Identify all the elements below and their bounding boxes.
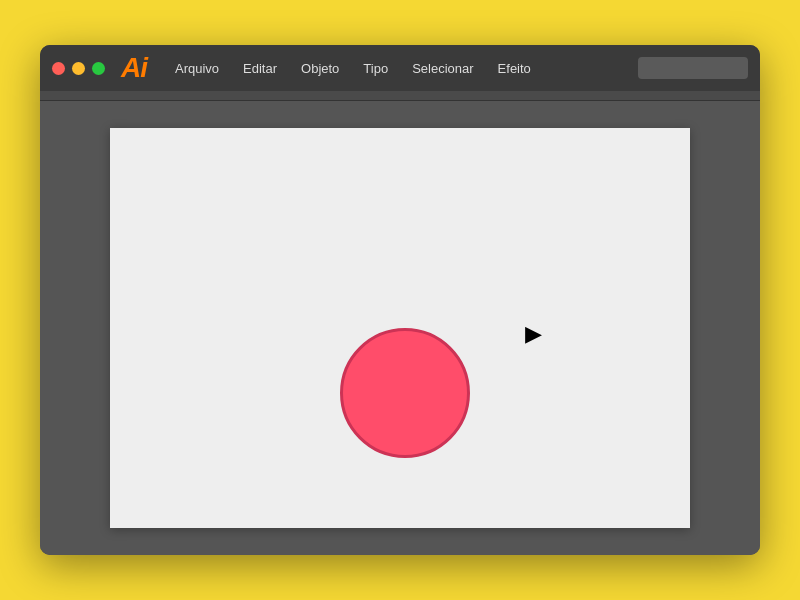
ai-logo: Ai [121,52,147,84]
app-window: Ai Arquivo Editar Objeto Tipo Selecionar… [40,45,760,555]
menu-editar[interactable]: Editar [233,57,287,80]
minimize-button[interactable] [72,62,85,75]
menu-selecionar[interactable]: Selecionar [402,57,483,80]
maximize-button[interactable] [92,62,105,75]
menu-bar: Arquivo Editar Objeto Tipo Selecionar Ef… [165,57,630,80]
traffic-lights [52,62,105,75]
menu-arquivo[interactable]: Arquivo [165,57,229,80]
artboard: ◀ [110,128,690,528]
toolbar [40,91,760,101]
canvas-area[interactable]: ◀ [40,101,760,555]
circle-shape[interactable] [340,328,470,458]
menu-objeto[interactable]: Objeto [291,57,349,80]
search-box[interactable] [638,57,748,79]
title-bar: Ai Arquivo Editar Objeto Tipo Selecionar… [40,45,760,91]
cursor-icon: ◀ [525,323,542,345]
menu-tipo[interactable]: Tipo [353,57,398,80]
close-button[interactable] [52,62,65,75]
menu-efeito[interactable]: Efeito [488,57,541,80]
